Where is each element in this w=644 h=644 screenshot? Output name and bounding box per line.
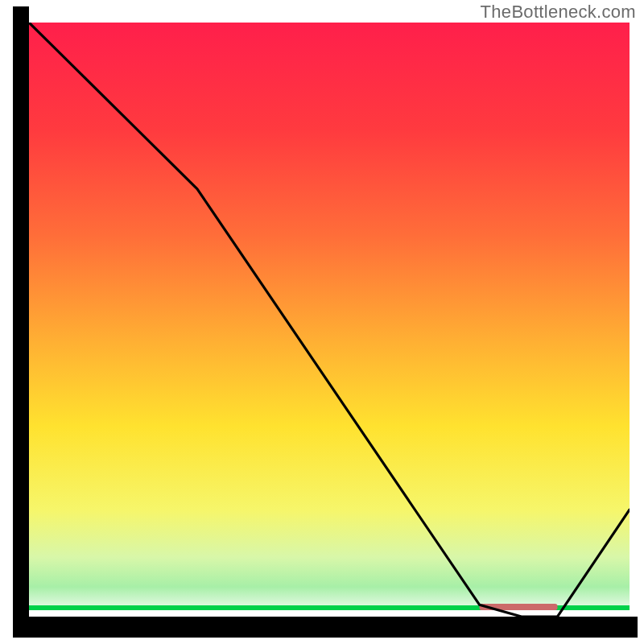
chart-svg [0,0,644,644]
watermark-text: TheBottleneck.com [481,2,636,23]
chart-container: TheBottleneck.com [0,0,644,644]
frame-left [13,6,29,638]
frame-bottom [13,617,638,638]
frame-top-spacer [29,23,630,23]
